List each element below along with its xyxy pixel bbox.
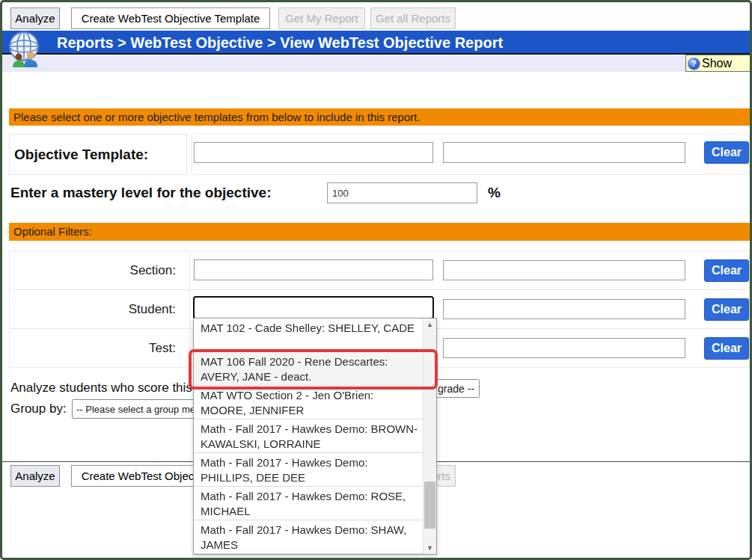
test-clear-button[interactable]: Clear: [704, 337, 749, 360]
breadcrumb-bar: Reports > WebTest Objective > View WebTe…: [2, 31, 750, 55]
top-tab-bar: Analyze Create WebTest Objective Templat…: [10, 7, 456, 29]
section-input-1[interactable]: [194, 259, 433, 280]
student-option[interactable]: Math - Fall 2017 - Hawkes Demo: SHAW, JA…: [194, 520, 424, 554]
student-input-2[interactable]: [443, 299, 685, 319]
group-by-label: Group by:: [10, 399, 67, 419]
help-icon: ?: [688, 58, 700, 70]
bottom-tab-analyze[interactable]: Analyze: [10, 465, 60, 487]
section-label: Section:: [10, 251, 183, 289]
section-input-2[interactable]: [443, 260, 685, 280]
student-dropdown-list: MAT 102 - Cade Shelley: SHELLEY, CADE MA…: [193, 318, 437, 555]
mastery-level-label: Enter a mastery level for the objective:: [10, 180, 271, 206]
show-button[interactable]: ? Show: [685, 55, 750, 72]
breadcrumb: Reports > WebTest Objective > View WebTe…: [2, 31, 750, 55]
student-option[interactable]: MAT WTO Section 2 - Jen O'Brien: MOORE, …: [194, 386, 424, 419]
student-option[interactable]: Math - Fall 2017 - Hawkes Demo: PHILLIPS…: [194, 453, 424, 487]
column-divider: [189, 251, 190, 289]
reports-globe-icon: [6, 31, 46, 70]
student-option[interactable]: MAT 102 - Cade Shelley: SHELLEY, CADE: [194, 319, 424, 352]
objective-template-clear-button[interactable]: Clear: [704, 141, 749, 164]
student-input-1[interactable]: [193, 296, 434, 319]
student-clear-button[interactable]: Clear: [704, 298, 749, 321]
column-divider: [189, 290, 190, 328]
tab-get-all-reports: Get all Reports: [370, 7, 456, 29]
chevron-down-icon: ∨: [477, 384, 480, 394]
scroll-down-icon[interactable]: ▼: [424, 542, 436, 554]
scroll-up-icon[interactable]: ▲: [424, 319, 436, 330]
tab-get-my-report: Get My Report: [278, 7, 365, 29]
percent-sign: %: [488, 180, 501, 206]
test-label: Test:: [10, 329, 183, 367]
student-label: Student:: [10, 290, 183, 328]
optional-filters-banner: Optional Filters:: [9, 223, 750, 241]
header-substrip: [2, 56, 750, 72]
tab-analyze[interactable]: Analyze: [10, 7, 60, 29]
section-clear-button[interactable]: Clear: [704, 259, 749, 282]
mastery-level-input[interactable]: [327, 182, 477, 203]
test-input-2[interactable]: [443, 338, 685, 358]
student-option[interactable]: Math - Fall 2017 - Hawkes Demo: BROWN-KA…: [194, 419, 424, 453]
tab-create-webtest-objective-template[interactable]: Create WebTest Objective Template: [71, 7, 270, 29]
show-label: Show: [702, 57, 732, 70]
objective-template-input-1[interactable]: [194, 142, 433, 163]
column-divider: [189, 329, 190, 367]
instruction-banner: Please select one or more objective temp…: [9, 108, 750, 126]
objective-template-label: Objective Template:: [9, 134, 187, 175]
dropdown-scrollbar[interactable]: ▲ ▼: [423, 319, 436, 554]
objective-template-input-2[interactable]: [443, 142, 685, 163]
student-option[interactable]: Math - Fall 2017 - Hawkes Demo: ROSE, MI…: [194, 487, 424, 520]
report-page: Analyze Create WebTest Objective Templat…: [0, 0, 752, 560]
scrollbar-thumb[interactable]: [424, 481, 435, 529]
student-option-highlighted[interactable]: MAT 106 Fall 2020 - Rene Descartes: AVER…: [194, 352, 424, 386]
